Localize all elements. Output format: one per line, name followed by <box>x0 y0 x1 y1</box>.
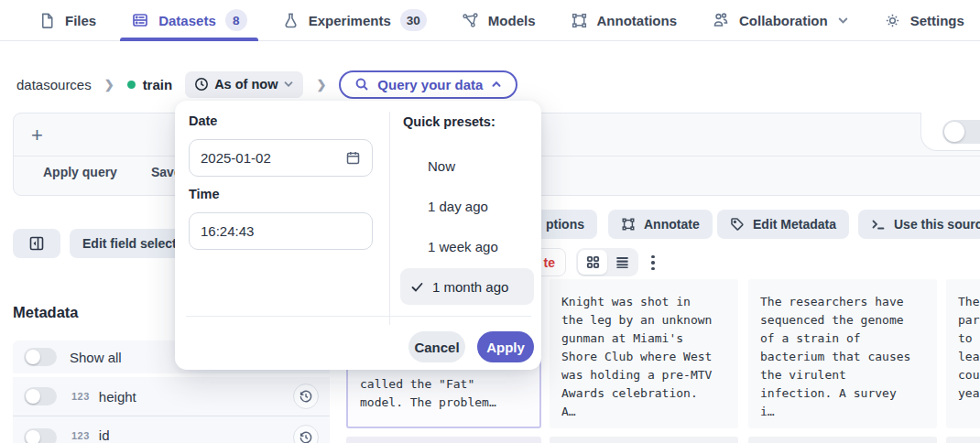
nav-label: Experiments <box>309 13 391 28</box>
query-your-data-button[interactable]: Query your data <box>339 70 517 99</box>
gear-icon <box>884 12 901 29</box>
status-dot <box>127 81 136 89</box>
more-menu-button[interactable] <box>646 251 660 275</box>
nav-label: Datasets <box>158 13 216 28</box>
time-input[interactable]: 16:24:43 <box>189 212 373 250</box>
date-label: Date <box>189 113 217 128</box>
list-view-button[interactable] <box>607 250 637 275</box>
breadcrumb-root[interactable]: datasources <box>16 77 92 92</box>
clock-icon <box>194 77 209 92</box>
next-row-cell[interactable] <box>346 437 541 443</box>
terminal-icon <box>871 217 886 232</box>
collapse-sidebar-button[interactable] <box>13 229 60 258</box>
top-nav: Files Datasets 8 Experiments 30 Models A… <box>0 0 980 41</box>
nav-label: Collaboration <box>739 13 828 28</box>
history-button[interactable] <box>293 384 319 409</box>
apply-query-button[interactable]: Apply query <box>43 165 117 179</box>
quick-presets-title: Quick presets: <box>403 114 495 129</box>
chevron-up-icon <box>491 79 502 90</box>
time-label: Time <box>189 187 220 201</box>
annotate-button[interactable]: Annotate <box>608 210 713 239</box>
show-all-label: Show all <box>70 350 122 365</box>
nav-item-annotations[interactable]: Annotations <box>571 0 678 40</box>
nav-item-files[interactable]: Files <box>38 0 96 40</box>
nav-item-models[interactable]: Models <box>462 0 536 40</box>
bounding-box-icon <box>571 12 588 29</box>
search-icon <box>354 77 369 92</box>
nav-label: Models <box>488 13 536 28</box>
breadcrumb: datasources ❯ train As of now ❯ Query yo… <box>16 69 517 100</box>
toggle-knob <box>944 122 964 142</box>
nav-item-experiments[interactable]: Experiments 30 <box>282 0 427 40</box>
as-of-datetime-popup: Date 2025-01-02 Time 16:24:43 Quick pres… <box>175 101 541 370</box>
add-filter-button[interactable]: + <box>31 124 43 147</box>
show-all-toggle[interactable] <box>24 348 57 366</box>
cancel-button[interactable]: Cancel <box>408 331 465 362</box>
nav-item-collaboration[interactable]: Collaboration <box>712 0 849 40</box>
as-of-dropdown[interactable]: As of now <box>185 71 303 98</box>
history-button[interactable] <box>293 425 319 443</box>
panel-toggle-card <box>920 113 980 151</box>
tag-icon <box>730 217 745 232</box>
field-toggle[interactable] <box>24 428 57 443</box>
people-icon <box>712 11 730 29</box>
view-mode-segmented-control <box>576 248 638 276</box>
preset-1-week-ago[interactable]: 1 week ago <box>428 239 498 254</box>
next-row-cell[interactable] <box>946 437 980 443</box>
chevron-down-icon <box>283 79 294 90</box>
next-row-cell[interactable] <box>748 437 937 443</box>
numeric-type-badge: 123 <box>71 430 90 441</box>
nav-label: Settings <box>910 13 964 28</box>
bounding-box-icon <box>621 217 636 232</box>
use-this-source-button[interactable]: Use this sourc <box>858 210 980 239</box>
field-row-height: 123 height <box>13 377 330 416</box>
chevron-right-icon: ❯ <box>316 78 326 92</box>
cell-text: The researchers have sequenced the genom… <box>748 279 923 421</box>
nav-item-datasets[interactable]: Datasets 8 <box>131 0 247 40</box>
next-row-cell[interactable] <box>550 437 738 443</box>
chevron-down-icon <box>837 15 849 27</box>
divider <box>186 316 531 317</box>
cell-text: The para to p lead coup year <box>946 279 980 403</box>
data-cell[interactable]: The para to p lead coup year <box>946 279 980 428</box>
data-cell[interactable]: The researchers have sequenced the genom… <box>748 279 937 428</box>
divider <box>389 112 390 325</box>
breadcrumb-dataset[interactable]: train <box>127 77 173 92</box>
experiments-count-badge: 30 <box>400 9 427 31</box>
check-icon <box>410 280 424 294</box>
preset-1-month-ago-selected[interactable]: 1 month ago <box>400 268 534 305</box>
nav-item-settings[interactable]: Settings <box>884 0 964 40</box>
date-input[interactable]: 2025-01-02 <box>189 139 373 177</box>
nav-label: Annotations <box>597 13 678 28</box>
cell-text: Knight was shot in the leg by an unknown… <box>550 279 724 421</box>
numeric-type-badge: 123 <box>71 391 90 402</box>
query-mode-toggle[interactable] <box>942 120 980 144</box>
preset-1-day-ago[interactable]: 1 day ago <box>428 199 488 214</box>
field-name: height <box>99 389 136 405</box>
field-name: id <box>99 427 110 443</box>
calendar-icon[interactable] <box>345 150 361 166</box>
field-row-id: 123 id <box>13 416 330 443</box>
field-toggle[interactable] <box>24 387 57 405</box>
chevron-right-icon: ❯ <box>104 78 114 92</box>
edit-metadata-button[interactable]: Edit Metadata <box>717 210 849 239</box>
file-icon <box>38 12 56 29</box>
preset-now[interactable]: Now <box>428 158 455 174</box>
datasets-count-badge: 8 <box>225 9 247 31</box>
nav-label: Files <box>65 13 96 28</box>
apply-button[interactable]: Apply <box>477 331 534 362</box>
divider <box>13 416 330 416</box>
datasets-icon <box>131 11 149 29</box>
data-cell[interactable]: Knight was shot in the leg by an unknown… <box>550 279 738 428</box>
grid-view-button[interactable] <box>578 250 607 275</box>
network-icon <box>462 12 479 29</box>
metadata-title: Metadata <box>13 304 79 321</box>
flask-icon <box>282 12 299 29</box>
panel-collapse-icon <box>28 235 45 252</box>
